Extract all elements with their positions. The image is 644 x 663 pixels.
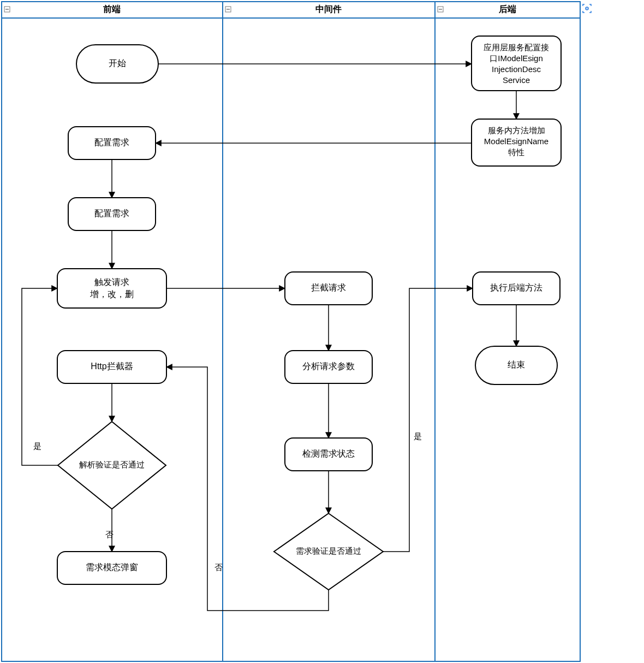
node-trigger bbox=[57, 269, 166, 308]
flowchart-diagram: 前端 中间件 后端 开始 配置需求 配置需求 触发请求 增，改，删 Http拦截… bbox=[0, 0, 644, 663]
edge-decfe-no-label: 否 bbox=[105, 530, 114, 539]
svg-rect-1 bbox=[2, 2, 580, 18]
lane-title-frontend: 前端 bbox=[103, 4, 121, 14]
node-config2-label: 配置需求 bbox=[94, 209, 129, 218]
edge-decfe-yes bbox=[22, 288, 58, 465]
node-analyze-label: 分析请求参数 bbox=[302, 362, 355, 371]
node-end-label: 结束 bbox=[508, 360, 525, 369]
node-modal-label: 需求模态弹窗 bbox=[86, 563, 138, 572]
node-decision-mw-label: 需求验证是否通过 bbox=[296, 546, 361, 555]
lane-title-backend: 后端 bbox=[498, 4, 516, 14]
node-intercept-label: 拦截请求 bbox=[311, 283, 346, 292]
edge-decmw-yes bbox=[383, 288, 473, 552]
node-exec-label: 执行后端方法 bbox=[490, 283, 542, 292]
node-svc-l3: InjectionDesc bbox=[492, 64, 541, 74]
lane-collapse-icon[interactable] bbox=[4, 7, 10, 12]
edge-decfe-yes-label: 是 bbox=[33, 441, 41, 451]
node-svc-l4: Service bbox=[503, 75, 530, 85]
node-check-state-label: 检测需求状态 bbox=[302, 449, 355, 458]
node-http-interceptor-label: Http拦截器 bbox=[91, 362, 133, 371]
node-svc-l1: 应用层服务配置接 bbox=[484, 43, 549, 52]
node-svc-l2: 口IModelEsign bbox=[490, 54, 543, 63]
focus-icon[interactable] bbox=[583, 4, 591, 13]
svg-point-11 bbox=[587, 8, 588, 9]
node-trigger-l2: 增，改，删 bbox=[90, 289, 134, 299]
node-config1-label: 配置需求 bbox=[94, 138, 129, 147]
node-decision-fe-label: 解析验证是否通过 bbox=[79, 460, 145, 469]
lane-collapse-icon[interactable] bbox=[438, 7, 443, 12]
edge-decmw-no bbox=[166, 367, 329, 611]
node-start-label: 开始 bbox=[109, 58, 126, 68]
node-trigger-l1: 触发请求 bbox=[94, 277, 129, 287]
node-attr-l3: 特性 bbox=[508, 147, 524, 157]
edge-decmw-yes-label: 是 bbox=[414, 431, 422, 441]
lane-title-middleware: 中间件 bbox=[315, 4, 342, 14]
node-attr-l2: ModelEsignName bbox=[484, 137, 548, 146]
lane-collapse-icon[interactable] bbox=[225, 7, 231, 12]
node-attr-l1: 服务内方法增加 bbox=[488, 126, 545, 135]
edge-decmw-no-label: 否 bbox=[214, 563, 223, 572]
